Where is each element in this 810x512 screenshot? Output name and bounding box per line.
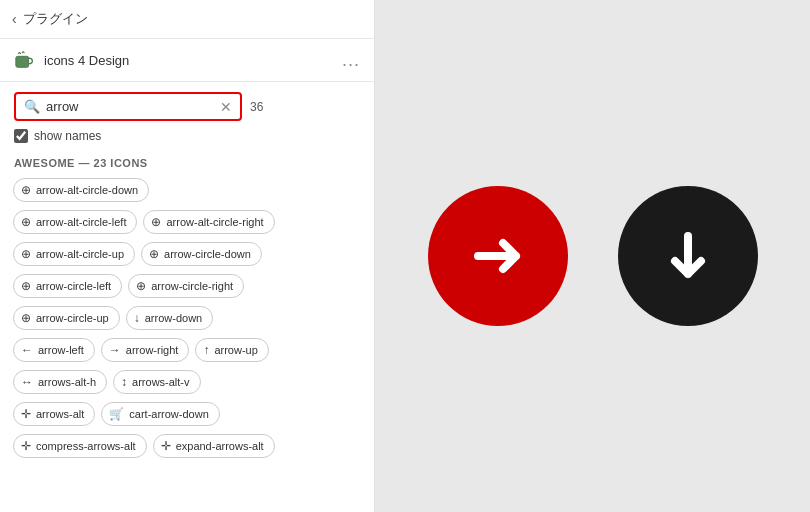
arrow-circle-down-icon: ⊕ xyxy=(149,247,159,261)
arrow-alt-circle-left-icon: ⊕ xyxy=(21,215,31,229)
arrow-circle-right-icon: ⊕ xyxy=(136,279,146,293)
plugin-logo-icon xyxy=(14,49,36,71)
arrows-alt-icon: ✛ xyxy=(21,407,31,421)
arrow-circle-up-icon: ⊕ xyxy=(21,311,31,325)
arrow-alt-circle-right-icon: ⊕ xyxy=(151,215,161,229)
tags-row-9: ✛ compress-arrows-alt ✛ expand-arrows-al… xyxy=(10,431,364,461)
plugin-header-left: icons 4 Design xyxy=(14,49,129,71)
icon-tag-label: compress-arrows-alt xyxy=(36,440,136,452)
show-names-checkbox[interactable] xyxy=(14,129,28,143)
tags-row-1: ⊕ arrow-alt-circle-down xyxy=(10,175,364,205)
icon-tag-label: arrow-up xyxy=(214,344,257,356)
icon-tag-label: arrows-alt-h xyxy=(38,376,96,388)
icon-tag-label: expand-arrows-alt xyxy=(176,440,264,452)
icon-tag-arrow-circle-up[interactable]: ⊕ arrow-circle-up xyxy=(13,306,120,330)
arrows-alt-h-icon: ↔ xyxy=(21,375,33,389)
icon-tag-arrow-alt-circle-left[interactable]: ⊕ arrow-alt-circle-left xyxy=(13,210,137,234)
more-options-button[interactable]: ... xyxy=(342,51,360,69)
icon-tag-expand-arrows-alt[interactable]: ✛ expand-arrows-alt xyxy=(153,434,275,458)
preview-arrow-down-icon xyxy=(648,216,728,296)
icon-tag-arrows-alt[interactable]: ✛ arrows-alt xyxy=(13,402,95,426)
search-input[interactable] xyxy=(46,99,214,114)
icon-tag-arrow-circle-right[interactable]: ⊕ arrow-circle-right xyxy=(128,274,244,298)
icon-tag-label: arrow-circle-left xyxy=(36,280,111,292)
icon-tag-arrows-alt-h[interactable]: ↔ arrows-alt-h xyxy=(13,370,107,394)
back-button[interactable]: ‹ xyxy=(12,11,17,27)
nav-title: プラグイン xyxy=(23,10,88,28)
icon-tag-arrow-up[interactable]: ↑ arrow-up xyxy=(195,338,268,362)
icon-tag-label: arrow-right xyxy=(126,344,179,356)
preview-circle-red[interactable] xyxy=(428,186,568,326)
tags-row-4: ⊕ arrow-circle-left ⊕ arrow-circle-right xyxy=(10,271,364,301)
tags-row-5: ⊕ arrow-circle-up ↓ arrow-down xyxy=(10,303,364,333)
icon-tag-label: arrow-circle-up xyxy=(36,312,109,324)
icon-tag-arrow-alt-circle-up[interactable]: ⊕ arrow-alt-circle-up xyxy=(13,242,135,266)
tags-row-3: ⊕ arrow-alt-circle-up ⊕ arrow-circle-dow… xyxy=(10,239,364,269)
result-count: 36 xyxy=(250,100,263,114)
icon-tag-arrow-alt-circle-right[interactable]: ⊕ arrow-alt-circle-right xyxy=(143,210,274,234)
arrow-circle-left-icon: ⊕ xyxy=(21,279,31,293)
icon-tag-label: arrow-alt-circle-up xyxy=(36,248,124,260)
left-panel: ‹ プラグイン icons 4 Design ... 🔍 ✕ 36 xyxy=(0,0,375,512)
preview-circle-black[interactable] xyxy=(618,186,758,326)
tags-row-2: ⊕ arrow-alt-circle-left ⊕ arrow-alt-circ… xyxy=(10,207,364,237)
top-nav: ‹ プラグイン xyxy=(0,0,374,39)
search-box: 🔍 ✕ xyxy=(14,92,242,121)
compress-arrows-alt-icon: ✛ xyxy=(21,439,31,453)
icon-tag-label: arrow-alt-circle-left xyxy=(36,216,126,228)
preview-arrow-right-icon xyxy=(458,216,538,296)
icon-tag-arrow-circle-left[interactable]: ⊕ arrow-circle-left xyxy=(13,274,122,298)
icon-tag-arrow-right[interactable]: → arrow-right xyxy=(101,338,190,362)
section-label: AWESOME — 23 ICONS xyxy=(0,151,374,175)
plugin-header: icons 4 Design ... xyxy=(0,39,374,82)
svg-rect-0 xyxy=(16,56,29,67)
tags-row-8: ✛ arrows-alt 🛒 cart-arrow-down xyxy=(10,399,364,429)
icon-tag-arrows-alt-v[interactable]: ↕ arrows-alt-v xyxy=(113,370,200,394)
show-names-row: show names xyxy=(0,121,374,151)
icon-tag-label: arrow-alt-circle-right xyxy=(166,216,263,228)
icon-tag-cart-arrow-down[interactable]: 🛒 cart-arrow-down xyxy=(101,402,219,426)
arrow-left-icon: ← xyxy=(21,343,33,357)
icon-tag-label: arrows-alt-v xyxy=(132,376,189,388)
search-clear-button[interactable]: ✕ xyxy=(220,100,232,114)
expand-arrows-alt-icon: ✛ xyxy=(161,439,171,453)
icon-tag-label: arrow-alt-circle-down xyxy=(36,184,138,196)
tags-row-7: ↔ arrows-alt-h ↕ arrows-alt-v xyxy=(10,367,364,397)
icon-tag-arrow-left[interactable]: ← arrow-left xyxy=(13,338,95,362)
arrow-alt-circle-down-icon: ⊕ xyxy=(21,183,31,197)
search-row: 🔍 ✕ 36 xyxy=(14,92,360,121)
arrow-up-icon: ↑ xyxy=(203,343,209,357)
icon-tag-compress-arrows-alt[interactable]: ✛ compress-arrows-alt xyxy=(13,434,147,458)
icon-tag-arrow-circle-down[interactable]: ⊕ arrow-circle-down xyxy=(141,242,262,266)
icon-tag-label: arrow-left xyxy=(38,344,84,356)
right-panel xyxy=(375,0,810,512)
arrow-alt-circle-up-icon: ⊕ xyxy=(21,247,31,261)
icon-tag-label: arrows-alt xyxy=(36,408,84,420)
tags-row-6: ← arrow-left → arrow-right ↑ arrow-up xyxy=(10,335,364,365)
icons-scroll[interactable]: ⊕ arrow-alt-circle-down ⊕ arrow-alt-circ… xyxy=(0,175,374,512)
arrow-right-icon: → xyxy=(109,343,121,357)
arrows-alt-v-icon: ↕ xyxy=(121,375,127,389)
show-names-label: show names xyxy=(34,129,101,143)
icon-tag-arrow-down[interactable]: ↓ arrow-down xyxy=(126,306,213,330)
icon-tag-label: cart-arrow-down xyxy=(129,408,208,420)
cart-arrow-down-icon: 🛒 xyxy=(109,407,124,421)
icon-tag-label: arrow-circle-right xyxy=(151,280,233,292)
plugin-title: icons 4 Design xyxy=(44,53,129,68)
icon-tag-label: arrow-circle-down xyxy=(164,248,251,260)
search-icon: 🔍 xyxy=(24,99,40,114)
icon-tag-label: arrow-down xyxy=(145,312,202,324)
icon-tag-arrow-alt-circle-down[interactable]: ⊕ arrow-alt-circle-down xyxy=(13,178,149,202)
arrow-down-icon: ↓ xyxy=(134,311,140,325)
search-area: 🔍 ✕ 36 xyxy=(0,82,374,121)
